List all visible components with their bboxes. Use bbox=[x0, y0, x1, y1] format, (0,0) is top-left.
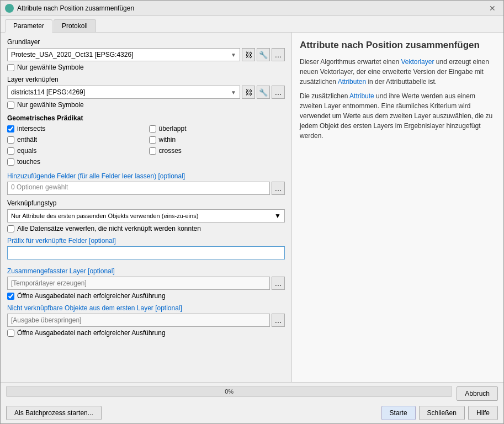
predicate-crosses-label: crosses bbox=[159, 147, 182, 155]
tab-parameter[interactable]: Parameter bbox=[5, 19, 52, 33]
main-content: Grundlayer Proteste_USA_2020_Oct31 [EPSG… bbox=[1, 33, 503, 382]
right-paragraph2: Die zusätzlichen Attribute und ihre Wert… bbox=[300, 91, 496, 141]
discard-checkbox[interactable] bbox=[7, 225, 14, 232]
layer-checkbox-label: Nur gewählte Symbole bbox=[17, 101, 84, 109]
grundlayer-label: Grundlayer bbox=[7, 38, 285, 46]
predicate-intersects-checkbox[interactable] bbox=[7, 125, 14, 132]
predicates-grid: intersects überlappt enthält within equa… bbox=[7, 125, 285, 168]
bottom-actions: Als Batchprozess starten... Starte Schli… bbox=[6, 406, 498, 420]
layer-link-btn[interactable]: ⛓ bbox=[242, 86, 255, 99]
open-checkbox2-row: Öffne Ausgabedatei nach erfolgreicher Au… bbox=[7, 329, 285, 337]
zusammen-label: Zusammengefasster Layer [optional] bbox=[7, 267, 285, 275]
batch-button[interactable]: Als Batchprozess starten... bbox=[6, 406, 102, 420]
help-button[interactable]: Hilfe bbox=[468, 406, 498, 420]
predicate-enthalt-label: enthält bbox=[17, 136, 37, 144]
fields-row: 0 Optionen gewählt … bbox=[7, 182, 285, 195]
discard-label: Alle Datensätze verwerfen, die nicht ver… bbox=[17, 225, 201, 232]
grundlayer-checkbox-row: Nur gewählte Symbole bbox=[7, 63, 285, 71]
predicate-equals-checkbox[interactable] bbox=[7, 147, 14, 155]
layer-combo[interactable]: districts114 [EPSG:4269] ▼ bbox=[7, 86, 240, 99]
close-button[interactable]: Schließen bbox=[419, 406, 465, 420]
predicate-uberlappt-label: überlappt bbox=[159, 125, 187, 132]
grundlayer-arrow: ▼ bbox=[231, 52, 236, 58]
prafix-input[interactable]: districts_ bbox=[7, 246, 285, 259]
discard-checkbox-row: Alle Datensätze verwerfen, die nicht ver… bbox=[7, 225, 285, 232]
open-checkbox1[interactable] bbox=[7, 293, 14, 300]
layer-settings-btn[interactable]: 🔧 bbox=[257, 86, 270, 99]
layer-checkbox[interactable] bbox=[7, 102, 14, 109]
predicate-uberlappt-row: überlappt bbox=[149, 125, 285, 132]
nicht-row: … bbox=[7, 314, 285, 327]
progress-bar-container: 0% bbox=[6, 386, 452, 397]
fields-label: Hinzuzufügende Felder (für alle Felder l… bbox=[7, 172, 285, 180]
right-panel: Attribute nach Position zusammenfügen Di… bbox=[292, 33, 503, 382]
predicate-equals-label: equals bbox=[17, 147, 36, 155]
progress-label: 0% bbox=[225, 388, 234, 395]
predicate-touches-checkbox[interactable] bbox=[7, 158, 14, 166]
zusammen-more-btn[interactable]: … bbox=[272, 277, 285, 290]
predicate-intersects-label: intersects bbox=[17, 125, 45, 132]
predicate-within-row: within bbox=[149, 136, 285, 144]
tab-protokoll[interactable]: Protokoll bbox=[54, 19, 96, 32]
grundlayer-row: Proteste_USA_2020_Oct31 [EPSG:4326] ▼ ⛓ … bbox=[7, 48, 285, 61]
predicate-crosses-row: crosses bbox=[149, 147, 285, 155]
verknupfungstyp-label: Verknüpfungstyp bbox=[7, 199, 285, 207]
predicate-intersects-row: intersects bbox=[7, 125, 144, 132]
zusammen-row: … bbox=[7, 277, 285, 290]
predicate-equals-row: equals bbox=[7, 147, 144, 155]
prafix-label: Präfix für verknüpfte Felder [optional] bbox=[7, 237, 285, 245]
open-checkbox1-label: Öffne Ausgabedatei nach erfolgreicher Au… bbox=[17, 292, 166, 300]
nicht-input[interactable] bbox=[7, 314, 270, 327]
right-title: Attribute nach Position zusammenfügen bbox=[300, 39, 496, 51]
open-checkbox2-label: Öffne Ausgabedatei nach erfolgreicher Au… bbox=[17, 329, 166, 337]
geo-pradikat-label: Geometrisches Prädikat bbox=[7, 114, 285, 122]
predicate-touches-row: touches bbox=[7, 158, 144, 166]
layer-arrow: ▼ bbox=[231, 89, 236, 96]
close-button[interactable]: ✕ bbox=[486, 3, 499, 14]
predicate-touches-label: touches bbox=[17, 158, 40, 166]
right-buttons: Starte Schließen Hilfe bbox=[381, 406, 498, 420]
grundlayer-settings-btn[interactable]: 🔧 bbox=[257, 48, 270, 61]
title-bar: Attribute nach Position zusammenfügen ✕ bbox=[1, 1, 503, 16]
main-window: Attribute nach Position zusammenfügen ✕ … bbox=[0, 0, 504, 424]
fields-input[interactable]: 0 Optionen gewählt bbox=[7, 182, 270, 195]
nicht-more-btn[interactable]: … bbox=[272, 314, 285, 327]
start-button[interactable]: Starte bbox=[381, 406, 416, 420]
predicate-within-checkbox[interactable] bbox=[149, 136, 156, 144]
open-checkbox2[interactable] bbox=[7, 330, 14, 337]
layer-checkbox-row: Nur gewählte Symbole bbox=[7, 101, 285, 109]
grundlayer-checkbox[interactable] bbox=[7, 64, 14, 71]
predicate-crosses-checkbox[interactable] bbox=[149, 147, 156, 155]
nicht-label: Nicht verknüpfbare Objekte aus dem erste… bbox=[7, 304, 285, 312]
zusammen-input[interactable] bbox=[7, 277, 270, 290]
predicate-within-label: within bbox=[159, 136, 176, 144]
predicate-enthalt-row: enthält bbox=[7, 136, 144, 144]
grundlayer-link-btn[interactable]: ⛓ bbox=[242, 48, 255, 61]
layer-row: districts114 [EPSG:4269] ▼ ⛓ 🔧 … bbox=[7, 86, 285, 99]
predicate-uberlappt-checkbox[interactable] bbox=[149, 125, 156, 132]
bottom-bar: 0% Abbruch Als Batchprozess starten... S… bbox=[1, 382, 503, 423]
tabs-bar: Parameter Protokoll bbox=[1, 16, 503, 33]
verknupfungstyp-arrow: ▼ bbox=[274, 212, 281, 220]
layer-label: Layer verknüpfen bbox=[7, 76, 285, 83]
open-checkbox1-row: Öffne Ausgabedatei nach erfolgreicher Au… bbox=[7, 292, 285, 300]
left-panel: Grundlayer Proteste_USA_2020_Oct31 [EPSG… bbox=[1, 33, 292, 382]
abbruch-button[interactable]: Abbruch bbox=[457, 386, 498, 401]
layer-more-btn[interactable]: … bbox=[272, 86, 285, 99]
predicate-enthalt-checkbox[interactable] bbox=[7, 136, 14, 144]
grundlayer-more-btn[interactable]: … bbox=[272, 48, 285, 61]
grundlayer-combo[interactable]: Proteste_USA_2020_Oct31 [EPSG:4326] ▼ bbox=[7, 48, 240, 61]
fields-more-btn[interactable]: … bbox=[272, 182, 285, 195]
app-icon bbox=[5, 4, 14, 13]
right-paragraph1: Dieser Algorithmus erwartet einen Vektor… bbox=[300, 57, 496, 87]
verknupfungstyp-dropdown[interactable]: Nur Attribute des ersten passenden Objek… bbox=[7, 209, 285, 222]
window-title: Attribute nach Position zusammenfügen bbox=[17, 4, 486, 12]
grundlayer-checkbox-label: Nur gewählte Symbole bbox=[17, 63, 84, 71]
